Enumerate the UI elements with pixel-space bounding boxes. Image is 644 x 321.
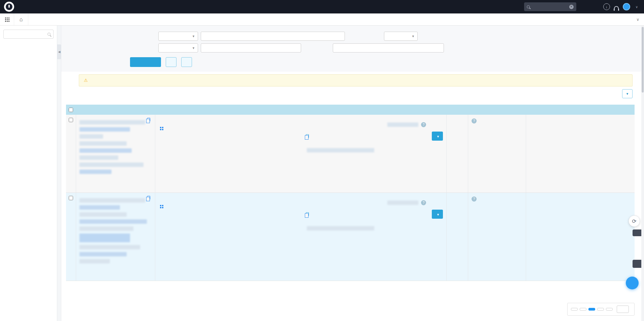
global-search-input[interactable] [532,4,567,9]
copy-icon[interactable] [306,134,309,138]
clear-search-icon[interactable]: ✕ [569,5,574,9]
order-count-summary [614,91,618,96]
shipping-info-cell: ? [468,115,526,192]
ai-float-button[interactable] [626,277,639,289]
filter-buttons [130,57,644,67]
ai-assistant-button[interactable] [580,3,588,11]
common-search-select[interactable]: ▼ [384,32,418,41]
search-icon [527,5,530,8]
version-menu[interactable]: ∨ [634,5,638,9]
shop-account-input[interactable] [333,43,444,52]
help-icon[interactable]: ? [421,200,426,205]
product-name-line [305,226,374,230]
clear-conditions-button[interactable] [181,57,192,67]
workspace-tab-bar: ⌂ ∨ [0,13,644,26]
warehouse-sku [305,211,309,218]
search-icon [47,33,51,36]
import-export-button[interactable]: ▼ [622,89,633,98]
select-all-checkbox[interactable] [69,108,73,112]
buyer-id-input[interactable] [201,43,301,52]
filter-panel: ▼ ▼ ▼ [61,26,644,72]
product-name-line [305,148,374,152]
buyer-filter-row: ▼ [66,43,644,52]
order-items-cell: ? ▼ [155,193,447,281]
order-detail-cell [76,115,155,192]
table-row[interactable]: ? ▼ ? [66,115,635,193]
next-page-button[interactable] [597,308,604,311]
order-status-tabs: ▼ [61,88,644,99]
top-nav-right: ✕ ↓ ∨ [524,2,644,11]
order-amount-cell [447,115,468,192]
redacted-info [387,122,418,127]
per-page-input[interactable] [617,306,629,313]
redacted-info [387,201,418,205]
search-button[interactable] [130,57,161,67]
workspace-tab-bar-right: ∨ [632,13,644,25]
home-icon[interactable]: ⌂ [14,13,28,25]
rma-manage-button[interactable]: ▼ [432,210,443,219]
scrollbar-thumb[interactable] [642,27,644,93]
collapse-tabs-icon[interactable]: ∨ [632,17,644,22]
platform-sidebar [0,26,57,321]
current-page-button[interactable] [588,308,595,311]
platform-search-input[interactable] [6,32,45,37]
redacted-product-name [307,148,374,152]
headset-icon[interactable] [614,6,619,9]
buyer-type-select[interactable]: ▼ [158,43,198,52]
order-detail-cell [76,193,155,281]
rma-manage-button[interactable]: ▼ [432,132,443,141]
collapse-sidebar-handle[interactable]: ◀ [57,44,61,59]
chevron-down-icon: ∨ [636,5,638,9]
human-service-tab[interactable] [633,229,641,236]
new-features-button[interactable] [592,3,599,11]
apps-grid-icon[interactable] [0,13,14,25]
app-logo-icon[interactable] [4,2,14,12]
help-icon[interactable]: ? [472,118,477,123]
platform-notice: ⚠ [79,74,633,86]
order-number-input[interactable] [201,32,345,41]
dates-cell [526,115,635,192]
dates-cell [526,193,635,281]
order-number-filter-row: ▼ ▼ [66,32,644,41]
warning-icon: ⚠ [84,78,88,83]
help-icon[interactable]: ? [472,197,477,202]
table-row[interactable]: ? ▼ ? [66,193,635,281]
sidebar-collapse-strip: ◀ [57,26,61,321]
refresh-float-button[interactable]: ⟳ [629,215,640,227]
notice-line-1: ⚠ [84,77,627,84]
copy-icon[interactable] [147,118,150,121]
copy-icon[interactable] [306,212,309,216]
avatar[interactable] [623,3,630,10]
first-page-button[interactable] [571,308,578,311]
order-items-cell: ? ▼ [155,115,447,192]
top-nav: ✕ ↓ ∨ [0,0,644,13]
sku-grid-icon[interactable] [160,205,161,206]
redacted-product-name [307,226,374,230]
global-search[interactable]: ✕ [524,2,576,11]
row-checkbox[interactable] [69,118,73,122]
download-icon[interactable]: ↓ [603,3,610,10]
batch-actions-bar [61,99,644,105]
order-number-type-select[interactable]: ▼ [158,32,198,41]
warehouse-sku [305,133,309,140]
orders-table-header [66,105,635,115]
vertical-scrollbar[interactable] [641,26,644,321]
save-search-button[interactable] [166,57,176,67]
selected-orders-count [616,91,618,96]
sku-grid-icon[interactable] [160,127,161,128]
orders-table: ? ▼ ? [66,105,635,281]
pagination [567,303,635,316]
order-amount-cell [447,193,468,281]
platform-search[interactable] [3,30,54,39]
shipping-info-cell: ? [468,193,526,281]
main-content: ▼ ▼ ▼ ⚠ [61,26,644,321]
copy-icon[interactable] [147,196,150,200]
expand-float-button[interactable] [633,260,641,268]
row-checkbox[interactable] [69,196,73,200]
previous-page-button[interactable] [580,308,586,311]
help-icon[interactable]: ? [421,122,426,127]
last-page-button[interactable] [606,308,613,311]
